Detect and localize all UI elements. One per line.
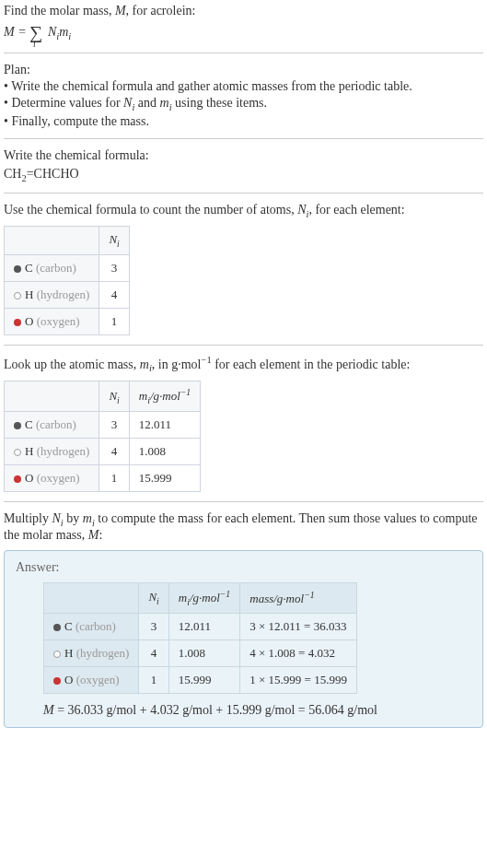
chem-formula-a: CH bbox=[4, 167, 21, 181]
divider bbox=[4, 138, 483, 139]
lookup-text-a: Look up the atomic mass, bbox=[4, 358, 140, 371]
atom-count-table: Ni C (carbon) 3 H (hydrogen) 4 O (oxygen… bbox=[4, 226, 130, 335]
ni-header-sub: i bbox=[157, 596, 159, 606]
answer-box: Answer: Ni mi/g·mol−1 mass/g·mol−1 C (ca… bbox=[4, 550, 483, 728]
hydrogen-dot-icon bbox=[14, 449, 21, 456]
mi-header-text: m bbox=[179, 591, 187, 604]
table-row: O (oxygen) 1 bbox=[5, 308, 130, 334]
plan-item-2-a: • Determine values for bbox=[4, 96, 123, 110]
formula-lhs: M = bbox=[4, 25, 29, 39]
table-header-row: Ni bbox=[5, 227, 130, 255]
element-name: (hydrogen) bbox=[76, 646, 130, 660]
element-symbol: O bbox=[25, 471, 33, 485]
mass-calc: 1 × 15.999 = 15.999 bbox=[240, 667, 357, 694]
mass-calc: 4 × 1.008 = 4.032 bbox=[240, 640, 357, 667]
ni-header-text: N bbox=[148, 590, 157, 604]
plan-item-1: • Write the chemical formula and gather … bbox=[4, 79, 483, 94]
element-name: (oxygen) bbox=[76, 673, 120, 686]
intro-text: Find the molar mass, bbox=[4, 4, 115, 18]
formula-mi: m bbox=[59, 25, 68, 39]
table-header-row: Ni mi/g·mol−1 bbox=[5, 381, 201, 412]
mult-ni: N bbox=[52, 511, 61, 525]
element-name: (oxygen) bbox=[37, 314, 80, 328]
element-cell: H (hydrogen) bbox=[5, 439, 99, 465]
mult-text-a: Multiply bbox=[4, 511, 52, 525]
carbon-dot-icon bbox=[14, 422, 21, 429]
mass-calc: 3 × 12.011 = 36.033 bbox=[240, 614, 357, 640]
count-atoms-section: Use the chemical formula to count the nu… bbox=[4, 203, 483, 335]
mi-sup: −1 bbox=[220, 589, 230, 599]
chem-formula: CH2=CHCHO bbox=[4, 167, 483, 183]
element-symbol: O bbox=[25, 314, 33, 328]
table-row: H (hydrogen) 4 1.008 4 × 1.008 = 4.032 bbox=[44, 640, 357, 667]
lookup-text-b: , in g·mol bbox=[152, 358, 202, 371]
element-name: (hydrogen) bbox=[37, 287, 90, 301]
element-cell: O (oxygen) bbox=[5, 465, 99, 492]
atom-count: 1 bbox=[139, 667, 168, 694]
ni-header: Ni bbox=[99, 381, 129, 412]
plan-item-2-c: using these items. bbox=[172, 96, 267, 110]
atom-count: 4 bbox=[139, 640, 168, 667]
mi-header: mi/g·mol−1 bbox=[168, 583, 239, 614]
plan-item-2-b: and bbox=[134, 96, 159, 110]
table-row: O (oxygen) 1 15.999 bbox=[5, 465, 201, 492]
table-row: C (carbon) 3 12.011 3 × 12.011 = 36.033 bbox=[44, 614, 357, 640]
mi-header-text: m bbox=[139, 390, 147, 404]
element-symbol: C bbox=[25, 261, 33, 275]
element-symbol: H bbox=[25, 444, 33, 458]
plan-item-3: • Finally, compute the mass. bbox=[4, 114, 483, 129]
ni-header-sub: i bbox=[117, 239, 120, 249]
element-cell: C (carbon) bbox=[5, 412, 99, 439]
hydrogen-dot-icon bbox=[14, 292, 21, 299]
intro-section: Find the molar mass, M, for acrolein: M … bbox=[4, 4, 483, 43]
divider bbox=[4, 53, 483, 53]
final-result: M = 36.033 g/mol + 4.032 g/mol + 15.999 … bbox=[43, 703, 471, 718]
answer-label: Answer: bbox=[16, 560, 471, 575]
carbon-dot-icon bbox=[14, 265, 21, 273]
intro-var-m: M bbox=[115, 4, 126, 18]
plan-section: Plan: • Write the chemical formula and g… bbox=[4, 63, 483, 129]
formula-mi-sub: i bbox=[68, 31, 71, 41]
element-cell: C (carbon) bbox=[5, 254, 99, 281]
empty-header bbox=[5, 381, 99, 412]
atomic-mass: 1.008 bbox=[168, 640, 239, 667]
element-cell: H (hydrogen) bbox=[44, 640, 139, 667]
table-row: H (hydrogen) 4 bbox=[5, 281, 130, 308]
lookup-sup: −1 bbox=[201, 355, 211, 365]
oxygen-dot-icon bbox=[14, 319, 21, 326]
element-symbol: H bbox=[25, 287, 33, 301]
count-ni: N bbox=[297, 203, 306, 217]
sigma-symbol: ∑ bbox=[29, 22, 42, 42]
element-name: (carbon) bbox=[36, 417, 76, 431]
chem-formula-b: =CHCHO bbox=[27, 167, 79, 181]
count-text-a: Use the chemical formula to count the nu… bbox=[4, 203, 297, 217]
divider bbox=[4, 345, 483, 346]
table-row: C (carbon) 3 12.011 bbox=[5, 412, 201, 439]
element-name: (oxygen) bbox=[37, 471, 80, 485]
lookup-text-c: for each element in the periodic table: bbox=[212, 358, 411, 371]
element-symbol: H bbox=[64, 646, 73, 660]
sigma-sub: i bbox=[33, 39, 36, 49]
ni-header: Ni bbox=[139, 583, 168, 614]
element-symbol: C bbox=[25, 417, 33, 431]
count-text-b: , for each element: bbox=[308, 203, 404, 217]
lookup-mi: m bbox=[140, 358, 149, 371]
oxygen-dot-icon bbox=[53, 677, 61, 685]
molar-mass-formula: M = ∑i Nimi bbox=[4, 22, 483, 43]
element-symbol: O bbox=[64, 673, 73, 686]
mi-sup: −1 bbox=[180, 387, 191, 397]
hydrogen-dot-icon bbox=[53, 651, 61, 658]
atom-count: 1 bbox=[99, 465, 129, 492]
mult-mi: m bbox=[83, 511, 92, 525]
plan-heading: Plan: bbox=[4, 63, 483, 77]
ni-header-text: N bbox=[109, 389, 117, 403]
atom-count: 4 bbox=[99, 439, 129, 465]
chemical-formula-section: Write the chemical formula: CH2=CHCHO bbox=[4, 148, 483, 183]
empty-header bbox=[44, 583, 139, 614]
mult-mvar: M bbox=[88, 528, 99, 542]
atomic-mass-table: Ni mi/g·mol−1 C (carbon) 3 12.011 H (hyd… bbox=[4, 381, 201, 492]
table-row: C (carbon) 3 bbox=[5, 254, 130, 281]
atom-count: 4 bbox=[99, 281, 129, 308]
divider bbox=[4, 193, 483, 194]
element-name: (carbon) bbox=[36, 261, 76, 275]
